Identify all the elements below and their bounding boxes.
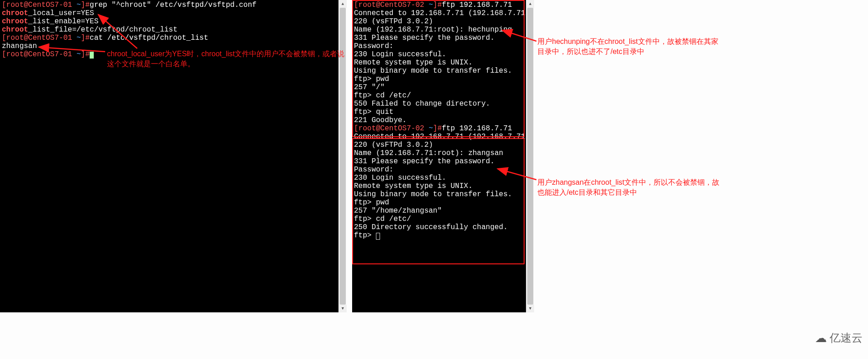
scrollbar-right[interactable]: ▲ ▼ [526,0,534,312]
scrollbar-left[interactable]: ▲ ▼ [338,0,346,312]
scroll-up-button[interactable]: ▲ [526,0,534,8]
annotation-3: 用户zhangsan在chroot_list文件中，所以不会被禁锢，故也能进入/… [537,177,720,198]
cursor [90,52,94,59]
annotation-2: 用户hechunping不在chroot_list文件中，故被禁锢在其家目录中，… [537,37,720,57]
terminal-right[interactable]: [root@CentOS7-02 ~]#ftp 192.168.7.71Conn… [352,0,526,312]
watermark-text: 亿速云 [830,331,863,345]
scroll-down-button[interactable]: ▼ [526,305,534,312]
scroll-down-button[interactable]: ▼ [339,305,347,312]
terminal-left[interactable]: [root@CentOS7-01 ~]#grep "^chroot" /etc/… [0,0,338,312]
cloud-icon: ☁ [815,331,827,345]
scroll-thumb[interactable] [527,8,533,305]
watermark: ☁ 亿速云 [815,331,863,345]
scroll-up-button[interactable]: ▲ [339,0,347,8]
annotation-1: chroot_local_user为YES时，chroot_list文件中的用户… [107,49,345,69]
cursor [376,233,380,240]
